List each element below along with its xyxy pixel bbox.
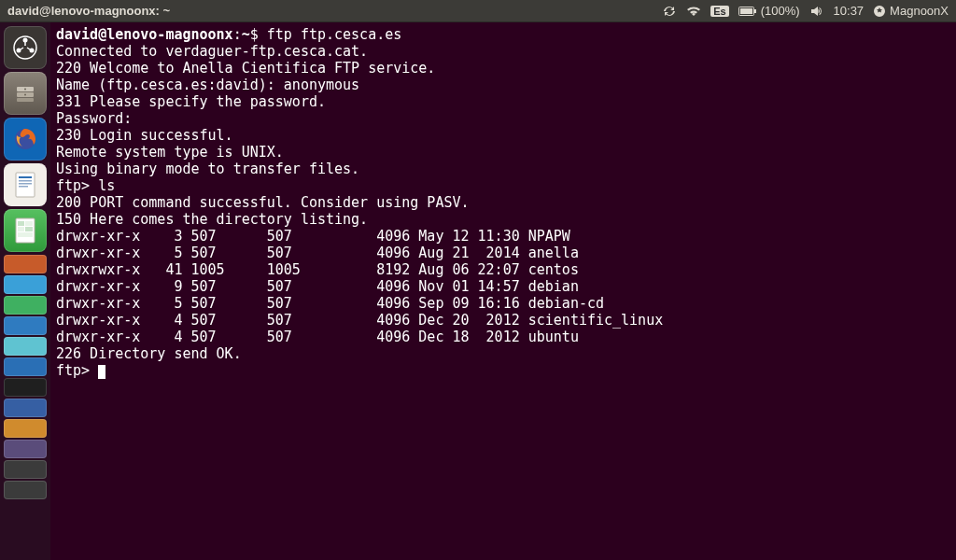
keyboard-lang-indicator[interactable]: Es	[710, 6, 728, 17]
svg-rect-2	[740, 8, 752, 14]
sync-icon[interactable]	[662, 4, 677, 19]
launcher-small-tile[interactable]	[4, 378, 47, 397]
ftp-prompt: ftp>	[56, 177, 98, 194]
svg-rect-23	[18, 232, 33, 237]
launcher-small-tile[interactable]	[4, 481, 47, 499]
input-anonymous: anonymous	[284, 77, 359, 93]
listing-row: drwxr-xr-x 5 507 507 4096 Sep 09 16:16 d…	[56, 295, 604, 312]
output-line: 331 Please specify the password.	[56, 93, 326, 110]
svg-rect-1	[754, 9, 756, 13]
svg-point-11	[24, 94, 26, 96]
battery-text: (100%)	[761, 4, 800, 18]
output-line: 220 Welcome to Anella Cientifica FTP ser…	[56, 60, 435, 77]
svg-point-6	[17, 49, 21, 53]
launcher	[0, 22, 50, 560]
listing-row: drwxr-xr-x 9 507 507 4096 Nov 01 14:57 d…	[56, 278, 579, 295]
command-2: ls	[98, 177, 115, 194]
output-line: 200 PORT command successful. Consider us…	[56, 194, 470, 211]
launcher-dash[interactable]	[4, 26, 47, 69]
listing-row: drwxr-xr-x 5 507 507 4096 Aug 21 2014 an…	[56, 245, 579, 261]
launcher-overflow	[4, 255, 47, 499]
launcher-small-tile[interactable]	[4, 419, 47, 438]
listing-row: drwxr-xr-x 4 507 507 4096 Dec 20 2012 sc…	[56, 312, 663, 329]
launcher-firefox[interactable]	[4, 118, 47, 161]
terminal[interactable]: david@lenovo-magnoonx:~$ ftp ftp.cesca.e…	[50, 22, 956, 560]
svg-rect-16	[19, 183, 32, 185]
launcher-small-tile[interactable]	[4, 440, 47, 458]
output-line: Password:	[56, 110, 132, 127]
battery-indicator[interactable]: (100%)	[738, 4, 800, 18]
listing-row: drwxr-xr-x 3 507 507 4096 May 12 11:30 N…	[56, 228, 570, 245]
launcher-small-tile[interactable]	[4, 316, 47, 335]
wifi-icon[interactable]	[686, 4, 701, 19]
listing-row: drwxr-xr-x 4 507 507 4096 Dec 18 2012 ub…	[56, 329, 579, 345]
prompt-user: david@lenovo-magnoonx	[56, 26, 233, 43]
svg-point-5	[30, 49, 35, 53]
svg-rect-19	[18, 221, 24, 226]
launcher-small-tile[interactable]	[4, 399, 47, 417]
launcher-small-tile[interactable]	[4, 275, 47, 294]
output-line: Connected to verdaguer-ftp.cesca.cat.	[56, 43, 368, 60]
launcher-small-tile[interactable]	[4, 460, 47, 479]
prompt-path: ~	[242, 26, 250, 43]
session-indicator[interactable]: MagnoonX	[873, 4, 949, 18]
listing-row: drwxrwxr-x 41 1005 1005 8192 Aug 06 22:0…	[56, 261, 579, 278]
launcher-small-tile[interactable]	[4, 296, 47, 315]
ftp-prompt: ftp>	[56, 362, 98, 379]
indicator-area: Es (100%) 10:37 MagnoonX	[662, 4, 949, 19]
output-line: 226 Directory send OK.	[56, 345, 242, 362]
menubar: david@lenovo-magnoonx: ~ Es (100%) 10:37…	[0, 0, 956, 22]
launcher-files[interactable]	[4, 72, 47, 115]
svg-rect-17	[19, 186, 28, 188]
output-line: 150 Here comes the directory listing.	[56, 211, 368, 228]
clock[interactable]: 10:37	[834, 4, 865, 18]
output-line: Name (ftp.cesca.es:david):	[56, 77, 284, 93]
launcher-calc[interactable]	[4, 209, 47, 252]
launcher-small-tile[interactable]	[4, 357, 47, 376]
launcher-writer[interactable]	[4, 163, 47, 206]
launcher-small-tile[interactable]	[4, 255, 47, 273]
output-line: Using binary mode to transfer files.	[56, 161, 359, 177]
svg-point-10	[24, 89, 26, 91]
svg-rect-21	[18, 227, 24, 231]
svg-rect-13	[16, 173, 35, 197]
svg-rect-14	[19, 176, 32, 178]
volume-icon[interactable]	[809, 4, 824, 19]
output-line: Remote system type is UNIX.	[56, 144, 284, 161]
output-line: 230 Login successful.	[56, 127, 233, 144]
svg-rect-9	[17, 98, 34, 102]
launcher-small-tile[interactable]	[4, 337, 47, 356]
svg-rect-22	[25, 227, 33, 231]
command-1: ftp ftp.cesca.es	[267, 26, 402, 43]
cursor	[98, 365, 105, 379]
svg-rect-15	[19, 180, 32, 182]
session-user: MagnoonX	[890, 4, 949, 18]
svg-rect-20	[25, 221, 33, 226]
svg-point-4	[23, 38, 28, 43]
window-title: david@lenovo-magnoonx: ~	[7, 4, 170, 18]
